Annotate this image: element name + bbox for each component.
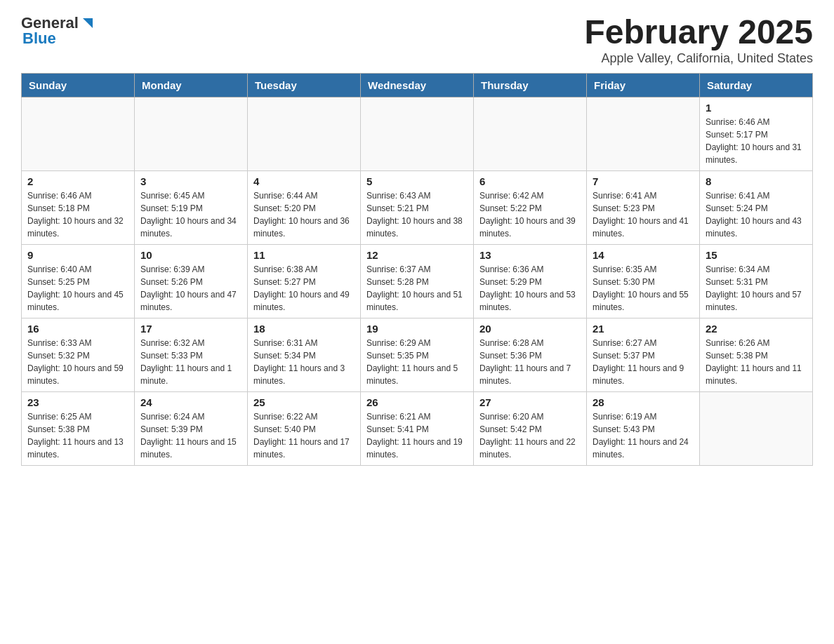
day-number: 23	[27, 396, 128, 408]
day-number: 27	[479, 396, 581, 408]
calendar-day-cell: 9Sunrise: 6:40 AM Sunset: 5:25 PM Daylig…	[22, 244, 135, 318]
day-info: Sunrise: 6:31 AM Sunset: 5:34 PM Dayligh…	[253, 337, 355, 387]
day-info: Sunrise: 6:45 AM Sunset: 5:19 PM Dayligh…	[140, 189, 241, 240]
day-number: 7	[593, 175, 694, 187]
calendar-day-cell: 6Sunrise: 6:42 AM Sunset: 5:22 PM Daylig…	[474, 170, 587, 244]
day-info: Sunrise: 6:46 AM Sunset: 5:17 PM Dayligh…	[706, 116, 807, 166]
day-number: 26	[366, 396, 468, 408]
day-info: Sunrise: 6:36 AM Sunset: 5:29 PM Dayligh…	[479, 263, 581, 314]
day-of-week-header: Friday	[587, 73, 700, 97]
day-number: 14	[593, 249, 694, 261]
calendar-day-cell: 5Sunrise: 6:43 AM Sunset: 5:21 PM Daylig…	[361, 170, 474, 244]
calendar-day-cell: 11Sunrise: 6:38 AM Sunset: 5:27 PM Dayli…	[248, 244, 361, 318]
calendar-day-cell: 16Sunrise: 6:33 AM Sunset: 5:32 PM Dayli…	[22, 318, 135, 391]
day-number: 17	[140, 323, 241, 335]
day-number: 8	[706, 175, 807, 187]
calendar-day-cell: 7Sunrise: 6:41 AM Sunset: 5:23 PM Daylig…	[587, 170, 700, 244]
calendar-day-cell: 28Sunrise: 6:19 AM Sunset: 5:43 PM Dayli…	[587, 391, 700, 465]
day-number: 16	[27, 323, 128, 335]
day-number: 21	[593, 323, 694, 335]
day-number: 9	[27, 249, 128, 261]
day-info: Sunrise: 6:27 AM Sunset: 5:37 PM Dayligh…	[593, 337, 694, 387]
calendar-day-cell: 14Sunrise: 6:35 AM Sunset: 5:30 PM Dayli…	[587, 244, 700, 318]
calendar-day-cell	[135, 97, 248, 170]
day-info: Sunrise: 6:41 AM Sunset: 5:24 PM Dayligh…	[706, 189, 807, 240]
day-number: 11	[253, 249, 355, 261]
day-info: Sunrise: 6:34 AM Sunset: 5:31 PM Dayligh…	[706, 263, 807, 314]
day-info: Sunrise: 6:41 AM Sunset: 5:23 PM Dayligh…	[593, 189, 694, 240]
calendar-day-cell: 24Sunrise: 6:24 AM Sunset: 5:39 PM Dayli…	[135, 391, 248, 465]
day-number: 12	[366, 249, 468, 261]
day-of-week-header: Monday	[135, 73, 248, 97]
day-number: 18	[253, 323, 355, 335]
day-of-week-header: Thursday	[474, 73, 587, 97]
calendar-week-row: 2Sunrise: 6:46 AM Sunset: 5:18 PM Daylig…	[22, 170, 813, 244]
day-number: 28	[593, 396, 694, 408]
calendar-day-cell: 18Sunrise: 6:31 AM Sunset: 5:34 PM Dayli…	[248, 318, 361, 391]
day-info: Sunrise: 6:20 AM Sunset: 5:42 PM Dayligh…	[479, 410, 581, 461]
day-info: Sunrise: 6:37 AM Sunset: 5:28 PM Dayligh…	[366, 263, 468, 314]
calendar-day-cell	[361, 97, 474, 170]
day-number: 3	[140, 175, 241, 187]
calendar-week-row: 1Sunrise: 6:46 AM Sunset: 5:17 PM Daylig…	[22, 97, 813, 170]
day-info: Sunrise: 6:33 AM Sunset: 5:32 PM Dayligh…	[27, 337, 128, 387]
day-info: Sunrise: 6:19 AM Sunset: 5:43 PM Dayligh…	[593, 410, 694, 461]
calendar-day-cell: 3Sunrise: 6:45 AM Sunset: 5:19 PM Daylig…	[135, 170, 248, 244]
day-of-week-header: Sunday	[22, 73, 135, 97]
svg-marker-0	[83, 18, 93, 28]
day-number: 4	[253, 175, 355, 187]
day-number: 15	[706, 249, 807, 261]
calendar-subtitle: Apple Valley, California, United States	[584, 51, 813, 66]
day-info: Sunrise: 6:22 AM Sunset: 5:40 PM Dayligh…	[253, 410, 355, 461]
day-number: 13	[479, 249, 581, 261]
day-info: Sunrise: 6:43 AM Sunset: 5:21 PM Dayligh…	[366, 189, 468, 240]
day-info: Sunrise: 6:28 AM Sunset: 5:36 PM Dayligh…	[479, 337, 581, 387]
day-number: 25	[253, 396, 355, 408]
calendar-day-cell: 10Sunrise: 6:39 AM Sunset: 5:26 PM Dayli…	[135, 244, 248, 318]
calendar-day-cell: 20Sunrise: 6:28 AM Sunset: 5:36 PM Dayli…	[474, 318, 587, 391]
calendar-day-cell: 25Sunrise: 6:22 AM Sunset: 5:40 PM Dayli…	[248, 391, 361, 465]
calendar-title: February 2025	[584, 14, 813, 51]
day-info: Sunrise: 6:40 AM Sunset: 5:25 PM Dayligh…	[27, 263, 128, 314]
day-number: 10	[140, 249, 241, 261]
logo: General Blue	[21, 14, 95, 48]
day-number: 6	[479, 175, 581, 187]
day-info: Sunrise: 6:25 AM Sunset: 5:38 PM Dayligh…	[27, 410, 128, 461]
day-info: Sunrise: 6:26 AM Sunset: 5:38 PM Dayligh…	[706, 337, 807, 387]
day-of-week-header: Saturday	[700, 73, 813, 97]
day-info: Sunrise: 6:42 AM Sunset: 5:22 PM Dayligh…	[479, 189, 581, 240]
day-info: Sunrise: 6:44 AM Sunset: 5:20 PM Dayligh…	[253, 189, 355, 240]
day-info: Sunrise: 6:29 AM Sunset: 5:35 PM Dayligh…	[366, 337, 468, 387]
calendar-day-cell: 26Sunrise: 6:21 AM Sunset: 5:41 PM Dayli…	[361, 391, 474, 465]
day-info: Sunrise: 6:35 AM Sunset: 5:30 PM Dayligh…	[593, 263, 694, 314]
calendar-day-cell: 12Sunrise: 6:37 AM Sunset: 5:28 PM Dayli…	[361, 244, 474, 318]
calendar-day-cell: 8Sunrise: 6:41 AM Sunset: 5:24 PM Daylig…	[700, 170, 813, 244]
day-number: 19	[366, 323, 468, 335]
calendar-day-cell	[700, 391, 813, 465]
day-number: 1	[706, 102, 807, 114]
calendar-day-cell	[587, 97, 700, 170]
calendar-day-cell: 15Sunrise: 6:34 AM Sunset: 5:31 PM Dayli…	[700, 244, 813, 318]
day-info: Sunrise: 6:32 AM Sunset: 5:33 PM Dayligh…	[140, 337, 241, 387]
day-of-week-header: Wednesday	[361, 73, 474, 97]
day-info: Sunrise: 6:38 AM Sunset: 5:27 PM Dayligh…	[253, 263, 355, 314]
day-number: 20	[479, 323, 581, 335]
calendar-day-cell: 23Sunrise: 6:25 AM Sunset: 5:38 PM Dayli…	[22, 391, 135, 465]
calendar-day-cell: 17Sunrise: 6:32 AM Sunset: 5:33 PM Dayli…	[135, 318, 248, 391]
day-info: Sunrise: 6:39 AM Sunset: 5:26 PM Dayligh…	[140, 263, 241, 314]
day-number: 5	[366, 175, 468, 187]
calendar-day-cell	[474, 97, 587, 170]
day-number: 22	[706, 323, 807, 335]
calendar-day-cell	[248, 97, 361, 170]
calendar-day-cell: 19Sunrise: 6:29 AM Sunset: 5:35 PM Dayli…	[361, 318, 474, 391]
calendar-day-cell: 1Sunrise: 6:46 AM Sunset: 5:17 PM Daylig…	[700, 97, 813, 170]
calendar-day-cell: 13Sunrise: 6:36 AM Sunset: 5:29 PM Dayli…	[474, 244, 587, 318]
day-number: 24	[140, 396, 241, 408]
calendar-week-row: 16Sunrise: 6:33 AM Sunset: 5:32 PM Dayli…	[22, 318, 813, 391]
calendar-day-cell: 4Sunrise: 6:44 AM Sunset: 5:20 PM Daylig…	[248, 170, 361, 244]
calendar-week-row: 9Sunrise: 6:40 AM Sunset: 5:25 PM Daylig…	[22, 244, 813, 318]
calendar-title-block: February 2025 Apple Valley, California, …	[584, 14, 813, 66]
calendar-day-cell: 21Sunrise: 6:27 AM Sunset: 5:37 PM Dayli…	[587, 318, 700, 391]
calendar-table: SundayMondayTuesdayWednesdayThursdayFrid…	[21, 73, 813, 466]
day-of-week-header: Tuesday	[248, 73, 361, 97]
